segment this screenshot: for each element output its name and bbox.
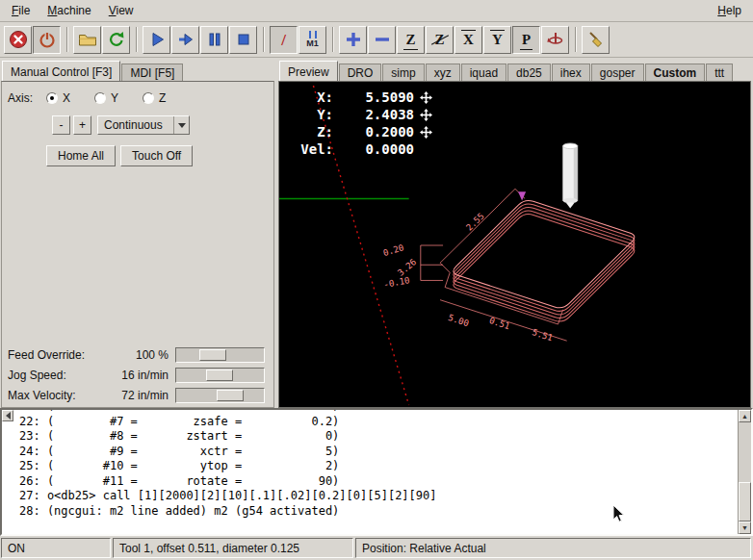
tab-xyz[interactable]: xyz — [426, 64, 460, 81]
feed-override-slider[interactable] — [175, 347, 265, 363]
chevron-down-icon — [173, 116, 189, 134]
pause-icon — [204, 29, 225, 50]
axis-radio-z[interactable]: Z — [143, 91, 191, 105]
tab-gosper[interactable]: gosper — [591, 64, 644, 81]
dim-label: 5.51 — [531, 327, 554, 343]
readout-y-label: Y: — [289, 107, 333, 122]
scroll-down-icon[interactable]: ▼ — [739, 522, 751, 534]
jog-speed-slider[interactable] — [175, 368, 265, 383]
step-button[interactable] — [171, 26, 199, 54]
rotate-view-button[interactable] — [541, 26, 569, 54]
view-x-icon: X — [463, 33, 474, 47]
view-y-button[interactable]: Y — [483, 26, 511, 54]
slider-handle[interactable] — [217, 390, 244, 401]
machine-state-cell: ON — [1, 538, 111, 558]
gcode-lines: 21: ( #6 = zinc = .02) 22: ( #7 = zsafe … — [2, 410, 751, 519]
tab-custom[interactable]: Custom — [645, 64, 706, 81]
slider-handle[interactable] — [206, 369, 233, 381]
sash-arrow-icon — [6, 412, 11, 420]
tab-dro[interactable]: DRO — [339, 64, 382, 81]
statusbar: ON Tool 1, offset 0.511, diameter 0.125 … — [0, 536, 753, 560]
right-tabbar: Preview DRO simp xyz iquad db25 ihex gos… — [277, 60, 751, 81]
jog-mode-select[interactable]: Continuous — [97, 115, 190, 135]
tab-ihex[interactable]: ihex — [552, 64, 590, 81]
slash-icon: / — [281, 32, 286, 48]
touch-off-button[interactable]: Touch Off — [120, 145, 193, 166]
dim-label: 5.00 — [447, 313, 470, 328]
max-velocity-row: Max Velocity: 72 in/min — [8, 385, 268, 405]
open-file-button[interactable] — [73, 26, 101, 54]
manual-control-content: Axis: X Y Z - + — [1, 81, 274, 408]
readout-vel-label: Vel: — [289, 141, 333, 157]
view-z-rotated-button[interactable]: Z — [426, 26, 454, 54]
view-z-icon: Z — [405, 33, 415, 47]
scrollbar-thumb[interactable] — [739, 482, 751, 522]
menu-view[interactable]: View — [100, 1, 143, 20]
gcode-line: 23: ( #8 = zstart = 0) — [19, 429, 751, 445]
stop-button[interactable] — [229, 26, 257, 54]
gcode-line: 22: ( #7 = zsafe = 0.2) — [19, 415, 751, 430]
tool-info-cell: Tool 1, offset 0.511, diameter 0.125 — [113, 538, 353, 558]
jog-plus-button[interactable]: + — [73, 115, 91, 135]
gcode-scrollbar[interactable]: ▲ ▼ — [738, 410, 751, 534]
view-perspective-icon: P — [522, 33, 531, 47]
tab-iquad[interactable]: iquad — [461, 64, 506, 81]
left-tabbar: Manual Control [F3] MDI [F5] — [0, 60, 275, 81]
zoom-in-button[interactable] — [339, 26, 367, 54]
optional-pause-button[interactable]: M1 — [299, 26, 326, 54]
view-z-button[interactable]: Z — [397, 26, 425, 54]
readout-z-value: 0.2000 — [333, 124, 414, 140]
reload-button[interactable] — [102, 26, 130, 54]
view-y-icon: Y — [492, 33, 503, 47]
tab-ttt[interactable]: ttt — [706, 64, 733, 81]
feed-override-value: 100 % — [94, 348, 175, 362]
axis-radio-x[interactable]: X — [46, 91, 94, 105]
menu-help[interactable]: Help — [709, 1, 750, 20]
gcode-line: 26: ( #11 = rotate = 90) — [19, 474, 751, 490]
tab-simp[interactable]: simp — [382, 64, 424, 81]
skip-lines-button[interactable]: / — [270, 26, 298, 54]
power-icon — [37, 29, 58, 50]
view-x-button[interactable]: X — [454, 26, 482, 54]
tab-db25[interactable]: db25 — [507, 64, 551, 81]
home-row: Home All Touch Off — [46, 145, 268, 166]
pause-button[interactable] — [200, 26, 228, 54]
clear-plot-button[interactable] — [582, 26, 610, 54]
gcode-line: 25: ( #10 = ytop = 2) — [19, 459, 751, 474]
tab-mdi[interactable]: MDI [F5] — [121, 64, 183, 81]
run-button[interactable] — [143, 26, 170, 54]
view-perspective-button[interactable]: P — [512, 26, 540, 54]
radio-icon — [94, 92, 106, 104]
max-velocity-slider[interactable] — [175, 388, 265, 403]
scroll-up-icon[interactable]: ▲ — [739, 410, 751, 422]
spacer — [8, 166, 268, 344]
slider-handle[interactable] — [199, 349, 226, 361]
dim-label: 2.55 — [464, 211, 486, 232]
tab-preview[interactable]: Preview — [279, 61, 338, 81]
pane-sash-handle[interactable] — [2, 410, 13, 421]
m1-icon: M1 — [306, 38, 319, 48]
menu-file[interactable]: File — [3, 1, 39, 20]
pause-bars-icon — [309, 31, 317, 38]
toolbar-separator — [332, 27, 334, 52]
linuxcnc-axis-window: File Machine View Help — [0, 0, 753, 560]
estop-button[interactable] — [4, 26, 32, 54]
axis-radio-y[interactable]: Y — [94, 91, 143, 105]
tab-manual-control[interactable]: Manual Control [F3] — [2, 61, 120, 81]
readout-row-z: Z: 0.2000 — [289, 123, 433, 140]
gcode-text-area[interactable]: 21: ( #6 = zinc = .02) 22: ( #7 = zsafe … — [0, 408, 753, 536]
preview-3d-view[interactable]: 2.55 0.20 3.26 -0.10 5.00 0.51 5.51 — [278, 81, 751, 408]
zoom-in-icon — [343, 29, 364, 50]
axis-radio-x-label: X — [63, 91, 70, 105]
menu-machine[interactable]: Machine — [39, 1, 99, 20]
home-all-button[interactable]: Home All — [46, 145, 116, 166]
toolbar-separator — [136, 27, 138, 52]
zoom-out-button[interactable] — [368, 26, 396, 54]
toolbar-separator — [575, 27, 577, 52]
position-mode-cell: Position: Relative Actual — [355, 538, 751, 558]
machine-power-button[interactable] — [33, 26, 61, 54]
axis-label: Axis: — [8, 91, 46, 105]
gcode-line: 24: ( #9 = xctr = 5) — [19, 445, 751, 460]
jog-minus-button[interactable]: - — [52, 115, 70, 135]
jog-row: - + Continuous — [52, 115, 268, 135]
